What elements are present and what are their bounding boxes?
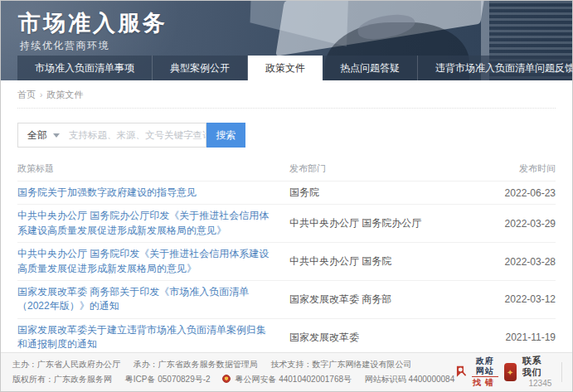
banner-photo-decoration [250,1,349,46]
table-row: 国务院关于加强数字政府建设的指导意见国务院2022-06-23 [17,181,556,204]
policy-dept: 中共中央办公厅 国务院办公厅 [289,216,489,230]
tab-bar: 市场准入负面清单事项 典型案例公开 政策文件 热点问题答疑 违背市场准入负面清单… [17,56,572,80]
policy-dept: 国务院 [289,186,489,200]
footer-line-2: 版权所有：广东政务服务网 粤ICP备 05070829号-2 粤公网安备 440… [12,372,454,387]
policy-date: 2022-06-23 [489,187,556,199]
column-header-title: 政策标题 [17,162,289,175]
breadcrumb-home-link[interactable]: 首页 [17,89,36,101]
policy-title-link[interactable]: 国家发展改革委关于建立违背市场准入负面清单案例归集和通报制度的通知 [17,323,289,352]
tab-negative-list-items[interactable]: 市场准入负面清单事项 [17,56,153,80]
footer-psb-number: 粤公网安备 44010402001768号 [235,375,352,384]
footer-info: 主办：广东省人民政府办公厅 承办：广东省政务服务数据管理局 技术支持：数字广东网… [12,357,454,387]
error-report-line2: 找错 [472,378,498,388]
search-button[interactable]: 搜索 [206,123,245,148]
search-filter-label: 全部 [27,128,47,143]
hotline-badge-icon[interactable]: ✦ [504,363,517,381]
table-row: 国家发展改革委 商务部关于印发《市场准入负面清单（2022年版）》的通知国家发展… [17,280,556,318]
tab-policy-documents[interactable]: 政策文件 [248,56,323,80]
breadcrumb-separator-icon: › [40,90,42,99]
table-row: 中共中央办公厅 国务院印发《关于推进社会信用体系建设高质量发展促进形成新发展格局… [17,242,556,280]
page: 市场准入服务 持续优化营商环境 市场准入负面清单事项 典型案例公开 政策文件 热… [0,0,573,392]
contact-phone-number: 12345 [522,379,552,390]
website-error-report-logo[interactable]: 政府网站 找错 [454,356,498,388]
table-header-row: 政策标题 发布部门 发布时间 [17,157,556,181]
tab-typical-cases[interactable]: 典型案例公开 [153,56,248,80]
page-subtitle: 持续优化营商环境 [20,39,109,53]
banner-photo-decoration [356,10,417,43]
policy-dept: 国家发展改革委 [289,331,489,345]
error-report-line1: 政府网站 [472,356,498,377]
table-row: 国家发展改革委关于建立违背市场准入负面清单案例归集和通报制度的通知国家发展改革委… [17,318,556,356]
search-bar: 全部 搜索 [17,123,556,148]
footer-logos: 政府网站 找错 ✦ 联系我们 12345 [454,356,562,389]
footer-site-id: 网站标识码 4400000084 [365,375,454,384]
main-content: 首页 › 政策文件 全部 搜索 政策标题 发布部门 发布时间 国务院关于加强数字… [1,80,572,392]
search-input[interactable] [69,130,206,140]
tab-hot-questions[interactable]: 热点问题答疑 [323,56,418,80]
footer-line-1: 主办：广东省人民政府办公厅 承办：广东省政务服务数据管理局 技术支持：数字广东网… [12,357,454,372]
column-header-date: 发布时间 [489,162,556,175]
policy-title-link[interactable]: 中共中央办公厅 国务院印发《关于推进社会信用体系建设高质量发展促进形成新发展格局… [17,247,289,276]
policy-title-link[interactable]: 中共中央办公厅 国务院办公厅印发《关于推进社会信用体系建设高质量发展促进形成新发… [17,209,289,238]
banner: 市场准入服务 持续优化营商环境 市场准入负面清单事项 典型案例公开 政策文件 热… [1,1,572,80]
policy-date: 2022-03-28 [489,256,556,268]
breadcrumb: 首页 › 政策文件 [17,80,556,108]
column-header-dept: 发布部门 [289,162,489,175]
footer: 主办：广东省人民政府办公厅 承办：广东省政务服务数据管理局 技术支持：数字广东网… [1,352,572,391]
search-filter-dropdown[interactable]: 全部 [18,128,69,143]
footer-copyright: 版权所有：广东政务服务网 [12,375,112,384]
policy-date: 2022-03-29 [489,218,556,230]
footer-divider [561,362,562,382]
page-title: 市场准入服务 [18,8,168,38]
policy-dept: 国家发展改革委 商务部 [289,293,489,307]
public-security-badge-icon [222,375,231,383]
footer-undertake: 承办：广东省政务服务数据管理局 [134,360,258,369]
chevron-down-icon [53,133,60,138]
policy-dept: 中共中央办公厅 国务院 [289,254,489,269]
footer-host: 主办：广东省人民政府办公厅 [12,360,120,369]
breadcrumb-current: 政策文件 [46,89,83,101]
policy-title-link[interactable]: 国务院关于加强数字政府建设的指导意见 [17,186,289,200]
policy-date: 2021-11-19 [489,332,556,343]
policy-date: 2022-03-12 [489,293,556,305]
contact-us-label: 联系我们 [522,356,552,379]
breadcrumb-divider [17,108,556,109]
error-report-text: 政府网站 找错 [472,356,498,388]
tab-violation-feedback[interactable]: 违背市场准入负面清单问题反馈 [418,56,572,80]
search-box: 全部 [17,123,206,148]
table-row: 中共中央办公厅 国务院办公厅印发《关于推进社会信用体系建设高质量发展促进形成新发… [17,204,556,242]
magnifier-icon [454,362,469,382]
banner-photo-decoration [275,1,488,56]
contact-us[interactable]: 联系我们 12345 [522,356,552,389]
footer-tech-support: 技术支持：数字广东网络建设有限公司 [271,360,412,369]
policy-title-link[interactable]: 国家发展改革委 商务部关于印发《市场准入负面清单（2022年版）》的通知 [17,285,289,314]
footer-icp: 粤ICP备 05070829号-2 [125,375,211,384]
